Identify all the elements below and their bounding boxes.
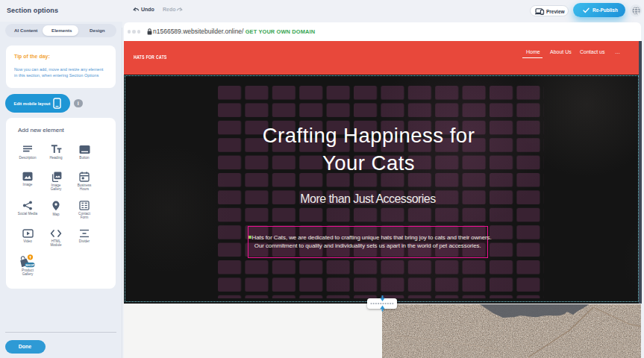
svg-text:SHOP: SHOP: [25, 263, 34, 266]
